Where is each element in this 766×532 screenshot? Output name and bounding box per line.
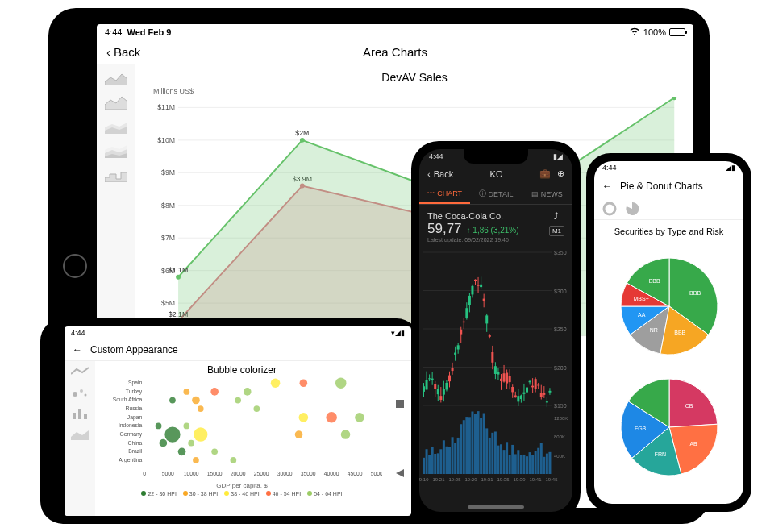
- stacked-area-icon[interactable]: [105, 119, 127, 134]
- svg-text:China: China: [128, 440, 143, 446]
- svg-rect-190: [509, 455, 511, 474]
- svg-rect-168: [489, 335, 491, 337]
- android-nav-bar: ◁ ○ □: [594, 496, 743, 504]
- home-indicator[interactable]: [468, 505, 524, 509]
- chart-title: Bubble colorizer: [102, 364, 382, 376]
- candlestick-chart[interactable]: $150$200$250$300$350400K800K1200K19:1919…: [419, 249, 572, 502]
- svg-point-86: [193, 457, 199, 463]
- ticker-symbol: KO: [490, 169, 503, 179]
- svg-rect-115: [437, 453, 439, 474]
- ipad-home-button[interactable]: [63, 254, 87, 278]
- bubble-chart-icon[interactable]: [71, 387, 89, 398]
- back-button[interactable]: ‹ Back: [427, 169, 453, 179]
- svg-rect-193: [511, 445, 514, 474]
- svg-rect-144: [465, 308, 468, 318]
- step-area-icon[interactable]: [105, 168, 127, 182]
- triangle-control-icon[interactable]: [396, 469, 404, 477]
- back-label: Back: [114, 45, 140, 59]
- briefcase-icon[interactable]: 💼: [539, 168, 551, 179]
- phone-dark-device: 4:44 ▮◢ ‹ Back KO 💼 ⊕ 〰CHART ⓘDETAIL ▤NE…: [411, 141, 581, 520]
- svg-rect-208: [526, 456, 528, 474]
- last-update: Latest update: 09/02/2022 19:46: [427, 237, 519, 243]
- svg-rect-165: [485, 315, 488, 323]
- chart-ylabel: Millions US$: [153, 87, 682, 95]
- svg-point-67: [244, 388, 252, 396]
- svg-text:800K: 800K: [554, 434, 565, 439]
- phone-landscape-screen: 4:44 ▾◢▮ ← Custom Appearance Bubble colo…: [65, 326, 411, 516]
- signal-icons: ▾◢▮: [391, 329, 405, 337]
- svg-text:Indonesia: Indonesia: [119, 422, 143, 428]
- svg-rect-217: [535, 451, 537, 474]
- square-control-icon[interactable]: [396, 400, 404, 408]
- svg-rect-141: [463, 322, 465, 322]
- chart-tab-icon: 〰: [427, 189, 435, 197]
- line-chart-icon[interactable]: [71, 366, 89, 377]
- svg-text:19:31: 19:31: [481, 477, 493, 482]
- svg-rect-102: [426, 380, 428, 390]
- svg-text:1200K: 1200K: [554, 416, 568, 421]
- svg-rect-210: [529, 381, 531, 382]
- tab-chart[interactable]: 〰CHART: [419, 184, 470, 204]
- back-button[interactable]: ‹ Back: [106, 45, 140, 59]
- svg-rect-99: [423, 386, 425, 392]
- back-arrow-icon[interactable]: ←: [73, 344, 82, 355]
- bar-chart-icon[interactable]: [71, 408, 89, 419]
- notch: [464, 149, 528, 164]
- wifi-icon: [629, 27, 640, 37]
- area-chart-icon[interactable]: [105, 71, 127, 85]
- svg-point-76: [156, 423, 162, 430]
- svg-text:$7M: $7M: [161, 234, 175, 242]
- svg-rect-175: [494, 431, 497, 474]
- pie-charts[interactable]: BBBBBBNRAAMBS+BBB CBIABFRNFGB: [594, 243, 743, 496]
- interval-badge[interactable]: M1: [549, 226, 564, 236]
- svg-text:IAB: IAB: [688, 441, 697, 447]
- svg-text:$1.1M: $1.1M: [169, 266, 188, 274]
- nav-back-icon[interactable]: ◁: [615, 501, 625, 504]
- share-icon[interactable]: ⤴: [554, 211, 559, 221]
- svg-point-35: [73, 392, 77, 397]
- chart-title: Securities by Type and Risk: [594, 220, 743, 243]
- svg-rect-145: [465, 417, 468, 474]
- svg-rect-178: [497, 446, 499, 474]
- svg-rect-220: [537, 448, 539, 474]
- back-arrow-icon[interactable]: ←: [602, 181, 612, 192]
- svg-text:20000: 20000: [231, 471, 246, 476]
- signal-icons: ▮◢: [553, 152, 563, 160]
- svg-text:30000: 30000: [277, 471, 293, 476]
- pie-icon[interactable]: [625, 202, 639, 216]
- svg-point-28: [300, 138, 305, 143]
- svg-text:Spain: Spain: [128, 380, 143, 386]
- tab-news[interactable]: ▤NEWS: [522, 184, 572, 204]
- svg-rect-189: [509, 376, 511, 382]
- svg-rect-136: [457, 438, 460, 474]
- search-plus-icon[interactable]: ⊕: [557, 168, 564, 179]
- tab-detail[interactable]: ⓘDETAIL: [470, 184, 521, 204]
- pd-nav-bar: ‹ Back KO 💼 ⊕: [419, 164, 572, 184]
- donut-icon[interactable]: [602, 202, 617, 216]
- bubble-chart[interactable]: SpainTurkeySouth AfricaRussiaJapanIndone…: [102, 377, 382, 482]
- svg-point-75: [355, 413, 364, 422]
- svg-rect-130: [452, 437, 454, 474]
- svg-point-73: [299, 413, 309, 422]
- area-chart-icon-2[interactable]: [105, 95, 127, 110]
- svg-rect-225: [543, 393, 545, 395]
- svg-text:Turkey: Turkey: [126, 389, 143, 395]
- nav-home-icon[interactable]: ○: [666, 501, 674, 504]
- svg-rect-180: [500, 379, 502, 381]
- svg-text:$300: $300: [554, 289, 567, 294]
- svg-rect-120: [443, 389, 445, 394]
- svg-rect-129: [452, 368, 454, 371]
- svg-text:$10M: $10M: [157, 136, 175, 144]
- svg-rect-154: [474, 414, 477, 474]
- svg-rect-205: [522, 455, 525, 474]
- svg-text:$350: $350: [554, 250, 567, 256]
- svg-rect-226: [543, 457, 545, 474]
- area-chart-icon[interactable]: [71, 429, 89, 440]
- svg-text:Japan: Japan: [127, 414, 143, 421]
- svg-rect-139: [460, 424, 462, 474]
- stacked-area-icon-2[interactable]: [105, 143, 127, 158]
- svg-point-36: [80, 389, 83, 393]
- svg-rect-232: [548, 452, 551, 474]
- nav-recent-icon[interactable]: □: [715, 501, 723, 504]
- svg-rect-108: [431, 379, 434, 380]
